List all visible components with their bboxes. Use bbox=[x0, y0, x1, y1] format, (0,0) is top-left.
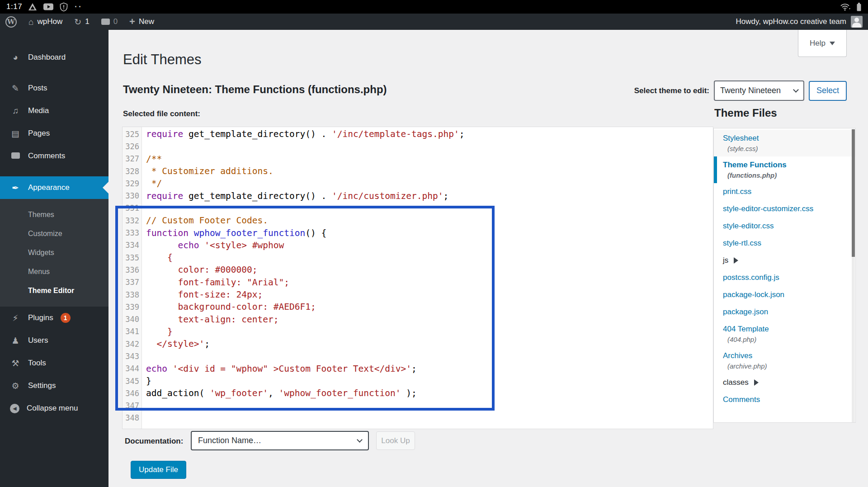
code-line: 336 color: #000000; bbox=[123, 264, 713, 276]
theme-folder-js[interactable]: js bbox=[714, 252, 855, 269]
line-number: 330 bbox=[123, 191, 142, 200]
file-label: classes bbox=[723, 378, 749, 387]
update-file-button[interactable]: Update File bbox=[131, 461, 186, 479]
line-number: 326 bbox=[123, 142, 142, 151]
line-number: 325 bbox=[123, 130, 142, 139]
code-text: } bbox=[142, 376, 151, 386]
comments-link[interactable]: 0 bbox=[101, 17, 118, 26]
sidebar-item-collapse-menu[interactable]: ◀Collapse menu bbox=[0, 397, 108, 420]
theme-folder-classes[interactable]: classes bbox=[714, 374, 855, 391]
appearance-submenu: ThemesCustomizeWidgetsMenusTheme Editor bbox=[0, 199, 108, 307]
sidebar-item-dashboard[interactable]: ◕Dashboard bbox=[0, 46, 108, 69]
howdy-account-link[interactable]: Howdy, wpHow.co creative team bbox=[736, 17, 846, 26]
chevron-down-icon bbox=[357, 437, 363, 443]
youtube-icon bbox=[43, 3, 54, 11]
line-number: 343 bbox=[123, 352, 142, 361]
main-content: Help Edit Themes Twenty Nineteen: Theme … bbox=[108, 30, 868, 487]
theme-file-404-template[interactable]: 404 Template(404.php) bbox=[714, 321, 855, 347]
sidebar: ◕Dashboard✎Posts♫Media▤PagesComments✒App… bbox=[0, 30, 108, 487]
documentation-select[interactable]: Function Name… bbox=[191, 431, 369, 450]
sidebar-item-comments[interactable]: Comments bbox=[0, 145, 108, 167]
code-line: 342 </style>'; bbox=[123, 338, 713, 350]
sidebar-item-plugins[interactable]: ⚡Plugins1 bbox=[0, 307, 108, 329]
line-number: 333 bbox=[123, 228, 142, 237]
line-number: 336 bbox=[123, 265, 142, 274]
admin-bar-right: Howdy, wpHow.co creative team bbox=[736, 16, 863, 28]
theme-file-package-lock.json[interactable]: package-lock.json bbox=[714, 286, 855, 303]
sidebar-item-settings[interactable]: ⚙Settings bbox=[0, 374, 108, 397]
code-text: require get_template_directory() . '/inc… bbox=[142, 129, 464, 139]
code-line: 331 bbox=[123, 202, 713, 214]
posts-icon: ✎ bbox=[10, 83, 21, 94]
code-text: </style>'; bbox=[142, 339, 210, 349]
admin-bar-left: W ⌂ wpHow ↻ 1 0 + New bbox=[5, 16, 154, 28]
theme-file-theme-functions[interactable]: Theme Functions(functions.php) bbox=[714, 156, 855, 183]
sidebar-item-users[interactable]: ♟Users bbox=[0, 329, 108, 352]
sidebar-subitem-themes[interactable]: Themes bbox=[0, 205, 108, 224]
select-theme-button[interactable]: Select bbox=[809, 81, 847, 101]
file-list-scrollbar-thumb[interactable] bbox=[852, 129, 855, 257]
tools-icon: ⚒ bbox=[10, 358, 21, 369]
sidebar-subitem-customize[interactable]: Customize bbox=[0, 224, 108, 243]
theme-file-comments[interactable]: Comments bbox=[714, 391, 855, 408]
code-line: 326 bbox=[123, 140, 713, 152]
sidebar-item-media[interactable]: ♫Media bbox=[0, 99, 108, 122]
sidebar-subitem-menus[interactable]: Menus bbox=[0, 262, 108, 281]
code-text: font-family: "Arial"; bbox=[142, 277, 289, 288]
file-label: style-editor-customizer.css bbox=[723, 204, 813, 213]
status-bar-right bbox=[840, 2, 862, 12]
code-line: 347 bbox=[123, 400, 713, 412]
code-line: 338 font-size: 24px; bbox=[123, 288, 713, 301]
file-label: Comments bbox=[723, 395, 760, 404]
users-label: Users bbox=[28, 336, 48, 345]
media-icon: ♫ bbox=[10, 106, 21, 116]
sidebar-subitem-theme-editor[interactable]: Theme Editor bbox=[0, 281, 108, 300]
theme-file-stylesheet[interactable]: Stylesheet(style.css) bbox=[714, 130, 855, 156]
sidebar-subitem-widgets[interactable]: Widgets bbox=[0, 243, 108, 262]
theme-file-archives[interactable]: Archives(archive.php) bbox=[714, 347, 855, 374]
theme-file-print.css[interactable]: print.css bbox=[714, 183, 855, 200]
sidebar-item-pages[interactable]: ▤Pages bbox=[0, 122, 108, 145]
theme-file-postcss.config.js[interactable]: postcss.config.js bbox=[714, 269, 855, 286]
line-number: 331 bbox=[123, 203, 142, 213]
sidebar-item-appearance[interactable]: ✒Appearance bbox=[0, 176, 108, 199]
plugins-badge: 1 bbox=[61, 313, 71, 323]
chevron-down-icon bbox=[793, 87, 799, 93]
comments-label: Comments bbox=[28, 151, 65, 161]
sidebar-item-tools[interactable]: ⚒Tools bbox=[0, 352, 108, 374]
theme-select[interactable]: Twenty Nineteen bbox=[714, 80, 804, 101]
comments-bubble-icon bbox=[101, 19, 110, 25]
help-button[interactable]: Help bbox=[798, 30, 847, 57]
wifi-icon bbox=[840, 2, 851, 11]
line-number: 342 bbox=[123, 340, 142, 349]
file-label: js bbox=[723, 256, 728, 265]
code-line: 327/** bbox=[123, 153, 713, 165]
updates-icon: ↻ bbox=[74, 18, 81, 26]
code-text: color: #000000; bbox=[142, 265, 258, 275]
folder-arrow-icon bbox=[734, 257, 738, 264]
status-bar-left: 1:17 ·· bbox=[6, 2, 83, 12]
theme-file-style-rtl.css[interactable]: style-rtl.css bbox=[714, 235, 855, 252]
line-number: 346 bbox=[123, 389, 142, 398]
wordpress-menu-button[interactable]: W bbox=[5, 16, 17, 28]
selected-file-label: Selected file content: bbox=[123, 109, 200, 118]
site-link[interactable]: ⌂ wpHow bbox=[28, 17, 62, 26]
sidebar-item-posts[interactable]: ✎Posts bbox=[0, 77, 108, 99]
theme-file-style-editor-customizer.css[interactable]: style-editor-customizer.css bbox=[714, 200, 855, 217]
caret-down-icon bbox=[830, 42, 835, 45]
theme-file-style-editor.css[interactable]: style-editor.css bbox=[714, 217, 855, 235]
file-label: print.css bbox=[723, 187, 751, 196]
folder-arrow-icon bbox=[754, 379, 759, 386]
settings-icon: ⚙ bbox=[10, 381, 21, 391]
lookup-button[interactable]: Look Up bbox=[376, 431, 415, 450]
tools-label: Tools bbox=[28, 359, 46, 368]
new-content-link[interactable]: + New bbox=[129, 17, 154, 27]
line-number: 341 bbox=[123, 327, 142, 336]
documentation-label: Documentation: bbox=[125, 437, 183, 446]
updates-link[interactable]: ↻ 1 bbox=[74, 17, 89, 26]
code-editor[interactable]: 325require get_template_directory() . '/… bbox=[122, 127, 713, 429]
code-line: 325require get_template_directory() . '/… bbox=[123, 128, 713, 140]
avatar[interactable] bbox=[851, 16, 863, 28]
theme-file-package.json[interactable]: package.json bbox=[714, 303, 855, 321]
code-line: 329 */ bbox=[123, 177, 713, 189]
